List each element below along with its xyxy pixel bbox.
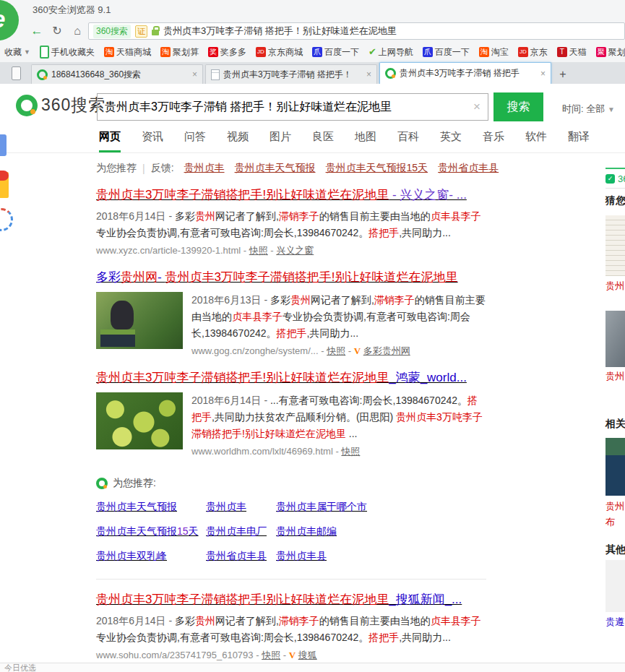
sidebar-link[interactable]: 贵州 (605, 278, 624, 294)
site-name-link[interactable]: 兴义之窗 (276, 245, 314, 256)
recommend-grid-link[interactable]: 贵州贞丰电厂 (206, 525, 267, 538)
recommend-grid-link[interactable]: 贵州贞丰双乳峰 (96, 550, 167, 563)
nav-tab-视频[interactable]: 视频 (227, 130, 249, 152)
result-thumbnail[interactable] (96, 392, 183, 449)
sidebar-image-news[interactable] (605, 215, 625, 276)
feedback-link[interactable]: 反馈: (151, 162, 174, 175)
nav-tab-软件[interactable]: 软件 (525, 130, 547, 152)
result-snippet: 2018年6月13日 - 多彩贵州网记者了解到,滞销李子的销售目前主要由当地的贞… (191, 292, 486, 342)
result-title-link[interactable]: 多彩贵州网- 贵州贞丰3万吨李子滞销搭把手!别让好味道烂在泥地里 (96, 270, 486, 285)
bookmark-item[interactable]: 爪百度一下 (312, 46, 359, 59)
snippet-segment: 的销售目前主要由当地的 (319, 615, 431, 626)
nav-tab-地图[interactable]: 地图 (355, 130, 376, 152)
sidebar-divider (605, 188, 625, 189)
link-segment: 贵州贞丰 (206, 501, 246, 512)
bookmark-item[interactable]: 手机收藏夹 (40, 46, 95, 59)
back-icon[interactable]: ← (27, 22, 46, 40)
nav-tab-英文[interactable]: 英文 (440, 130, 462, 152)
site-name-link[interactable]: 多彩贵州网 (363, 345, 410, 356)
nav-tab-百科[interactable]: 百科 (397, 130, 419, 152)
bookmark-label: 京东商城 (268, 46, 303, 59)
site-verify-badge[interactable]: ✓ 36 (605, 173, 625, 184)
cert-badge[interactable]: 证 (135, 25, 147, 38)
result-text-column: 2018年6月13日 - 多彩贵州网记者了解到,滞销李子的销售目前主要由当地的贞… (191, 292, 486, 358)
sidebar-link[interactable]: 贵遵 (605, 614, 624, 630)
result-title-link[interactable]: 贵州贞丰3万吨李子滞销搭把手!别让好味道烂在泥地里 - 兴义之窗- ... (96, 187, 486, 203)
bookmark-item[interactable]: 奖奖多多 (208, 46, 246, 59)
close-icon[interactable]: × (366, 69, 371, 79)
bookmark-label: 收藏 (4, 46, 22, 59)
sidebar-image-placeholder[interactable] (605, 560, 625, 612)
document-icon (211, 69, 220, 80)
nav-tab-资讯[interactable]: 资讯 (142, 130, 163, 152)
result-title-link[interactable]: 贵州贞丰3万吨李子滞销搭把手!别让好味道烂在泥地里_鸿蒙_world... (96, 370, 486, 386)
close-icon[interactable]: × (192, 69, 197, 79)
phone-icon (40, 46, 49, 59)
nav-tab-问答[interactable]: 问答 (184, 130, 206, 152)
bookmark-item[interactable]: 淘聚划算 (160, 46, 199, 59)
time-filter-dropdown[interactable]: 时间: 全部 ▼ (562, 103, 615, 116)
nav-tab-良医[interactable]: 良医 (312, 130, 334, 152)
browser-tab[interactable]: 18684136648_360搜索× (31, 64, 203, 84)
recommend-grid-link[interactable]: 贵州贞丰天气预报15天 (96, 525, 199, 538)
nav-tab-翻译[interactable]: 翻译 (568, 130, 590, 152)
search-engine-badge[interactable]: 360搜索 (93, 25, 131, 38)
sidebar-image-building[interactable] (605, 311, 625, 367)
new-tab-button[interactable]: + (553, 65, 572, 84)
recommend-top-link[interactable]: 贵州省贞丰县 (438, 162, 499, 175)
recommend-grid-link[interactable]: 贵州贞丰邮编 (276, 525, 337, 538)
recommend-top-link[interactable]: 贵州贞丰天气预报15天 (326, 162, 428, 175)
360-search-logo[interactable]: 360搜索 (16, 94, 105, 116)
recommend-grid-link[interactable]: 贵州贞丰县 (276, 550, 327, 563)
snapshot-link[interactable]: 快照 (341, 446, 360, 457)
bookmark-item[interactable]: JD京东商城 (256, 46, 303, 59)
recommend-grid-link[interactable]: 贵州贞丰 (206, 501, 246, 514)
browser-tab[interactable]: 贵州贞丰3万吨李子滞销 搭把手× (379, 62, 551, 84)
site-name-link[interactable]: 搜狐 (298, 650, 317, 660)
recommend-top-link[interactable]: 贵州贞丰 (184, 162, 225, 175)
link-segment: 15 (177, 525, 189, 537)
sidebar-link[interactable]: 贵州 布 (605, 499, 624, 530)
result-body: 2018年6月14日 - ...有意者可致电咨询:周会长,13984670242… (96, 392, 486, 458)
snapshot-link[interactable]: 快照 (262, 650, 280, 660)
bookmark-item[interactable]: JD京东 (518, 46, 548, 59)
edge-widget-badge-icon[interactable] (0, 172, 9, 198)
nav-tab-音乐[interactable]: 音乐 (483, 130, 504, 152)
result-thumbnail[interactable] (96, 292, 183, 349)
result-title-link[interactable]: 贵州贞丰3万吨李子滞销搭把手!别让好味道烂在泥地里_搜狐新闻_... (96, 592, 486, 608)
bookmark-item[interactable]: 聚聚划算 (596, 46, 625, 59)
bookmark-item[interactable]: 淘淘宝 (479, 46, 509, 59)
sidebar-link[interactable]: 贵州 (605, 369, 624, 384)
recommend-top-link[interactable]: 贵州贞丰天气预报 (235, 162, 316, 175)
bookmark-item[interactable]: 淘天猫商城 (104, 46, 151, 59)
sidebar-image-lake[interactable] (605, 438, 625, 496)
search-button[interactable]: 搜索 (493, 92, 543, 121)
results-column: 为您推荐 | 反馈: 贵州贞丰贵州贞丰天气预报贵州贞丰天气预报15天贵州省贞丰县… (96, 162, 486, 672)
browser-tab[interactable]: 贵州贞丰3万吨李子滞销 搭把手！× (205, 64, 377, 84)
chevron-down-icon: ▼ (24, 48, 30, 56)
recommend-grid-link[interactable]: 贵州贞丰天气预报 (96, 501, 177, 514)
address-bar[interactable]: 360搜索 证 贵州贞丰3万吨李子滞销 搭把手！别让好味道烂在泥地里 (88, 22, 625, 40)
bookmark-item[interactable]: T天猫 (557, 46, 587, 59)
snapshot-link[interactable]: 快照 (249, 245, 268, 256)
home-icon[interactable]: ⌂ (68, 22, 87, 40)
bookmark-item[interactable]: 收藏▼ (4, 46, 30, 59)
edge-widget-blue-icon[interactable] (0, 134, 7, 156)
search-input[interactable] (98, 100, 466, 113)
recommend-grid-link[interactable]: 贵州省贞丰县 (206, 550, 267, 563)
recommend-grid-link[interactable]: 贵州贞丰属于哪个市 (276, 501, 367, 514)
bookmark-label: 淘宝 (491, 46, 509, 59)
clear-search-icon[interactable]: × (466, 100, 488, 114)
refresh-icon[interactable]: ↻ (48, 22, 66, 40)
bookmark-item[interactable]: 爪百度一下 (423, 46, 470, 59)
snippet-segment: 网记者了解到, (311, 294, 374, 306)
bookmark-item[interactable]: ✔上网导航 (368, 46, 413, 59)
bookmark-label: 京东 (530, 46, 548, 59)
search-box[interactable]: × (97, 93, 488, 121)
device-icon[interactable] (12, 66, 21, 80)
snapshot-link[interactable]: 快照 (327, 345, 345, 356)
nav-tab-图片[interactable]: 图片 (270, 130, 291, 152)
snippet-segment: 2018年6月13日 - (191, 294, 270, 306)
close-icon[interactable]: × (540, 69, 546, 79)
nav-tab-网页[interactable]: 网页 (99, 130, 121, 152)
